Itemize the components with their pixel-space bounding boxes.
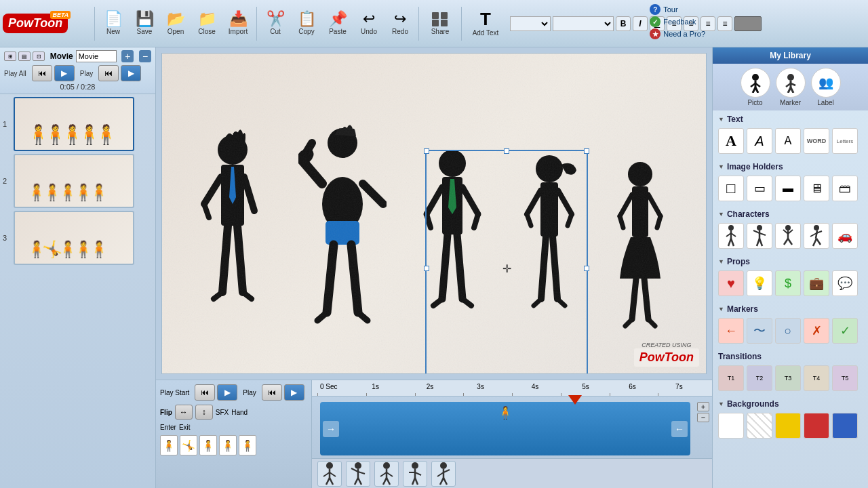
view-icon-3[interactable]: ⊡ bbox=[33, 52, 45, 61]
view-icon-1[interactable]: ⊞ bbox=[4, 52, 16, 61]
char-4[interactable] bbox=[804, 223, 829, 249]
backgrounds-section-header[interactable]: ▼ Backgrounds bbox=[715, 398, 865, 410]
char-car[interactable]: 🚗 bbox=[832, 223, 858, 249]
trans-1[interactable]: T1 bbox=[718, 365, 744, 391]
play-all-rewind[interactable]: ⏮ bbox=[32, 65, 52, 81]
slide-item-2[interactable]: 2 🧍 🧍 🧍 🧍 🧍 bbox=[3, 154, 153, 208]
slide-thumb-3[interactable]: 🧍 🤸 🧍 🧍 🧍 bbox=[14, 211, 134, 265]
play-all-play[interactable]: ▶ bbox=[54, 65, 75, 81]
char-1[interactable] bbox=[718, 223, 744, 249]
play-rewind[interactable]: ⏮ bbox=[98, 65, 119, 81]
marker-check[interactable]: ✓ bbox=[832, 318, 858, 344]
marker-wave[interactable]: 〜 bbox=[747, 318, 772, 344]
add-text-button[interactable]: T Add Text bbox=[465, 4, 506, 43]
holder-rect[interactable]: ▭ bbox=[747, 176, 772, 201]
holder-square[interactable]: □ bbox=[718, 176, 744, 201]
anim-frame-3[interactable]: 🧍 bbox=[199, 435, 217, 455]
zoom-out-button[interactable]: − bbox=[697, 413, 709, 422]
text-item-word[interactable]: WORD bbox=[804, 128, 829, 154]
open-button[interactable]: 📂 Open bbox=[161, 4, 191, 43]
size-select[interactable] bbox=[553, 16, 614, 31]
anim-strip-1[interactable] bbox=[317, 461, 342, 487]
import-button[interactable]: 📥 Import bbox=[223, 4, 253, 43]
anim-strip-2[interactable] bbox=[346, 461, 370, 487]
trans-5[interactable]: T5 bbox=[832, 365, 858, 391]
share-button[interactable]: Share bbox=[422, 4, 458, 43]
text-item-letters[interactable]: Letters bbox=[832, 128, 858, 154]
flip-h-button[interactable]: ↔ bbox=[175, 405, 193, 420]
slide-item-1[interactable]: 1 🧍 🧍 🧍 🧍 🧍 bbox=[3, 97, 153, 151]
timeline-arrow-left[interactable]: → bbox=[323, 421, 339, 437]
feedback-link[interactable]: ✓ Feedback bbox=[650, 16, 705, 27]
italic-button[interactable]: I bbox=[633, 16, 648, 31]
marker-x[interactable]: ✗ bbox=[804, 318, 829, 344]
bg-texture[interactable] bbox=[747, 413, 772, 439]
main-canvas[interactable]: ✛ CREATED USING PowToon bbox=[161, 53, 707, 374]
anim-strip-5[interactable] bbox=[431, 461, 456, 487]
props-section-header[interactable]: ▼ Props bbox=[715, 256, 865, 268]
anim-strip-3[interactable] bbox=[374, 461, 399, 487]
new-button[interactable]: 📄 New bbox=[98, 4, 128, 43]
bottom-play-button[interactable]: ▶ bbox=[217, 384, 237, 401]
characters-section-header[interactable]: ▼ Characters bbox=[715, 208, 865, 220]
bg-red[interactable] bbox=[804, 413, 829, 439]
holder-monitor[interactable]: 🖥 bbox=[804, 176, 829, 201]
bold-button[interactable]: B bbox=[616, 16, 631, 31]
trans-2[interactable]: T2 bbox=[747, 365, 772, 391]
marker-arrow[interactable]: ← bbox=[718, 318, 744, 344]
prop-money[interactable]: $ bbox=[775, 270, 801, 296]
image-holders-header[interactable]: ▼ Image Holders bbox=[715, 161, 865, 173]
holder-frame[interactable]: 🗃 bbox=[832, 176, 858, 201]
copy-button[interactable]: 📋 Copy bbox=[292, 4, 321, 43]
bottom-play-play[interactable]: ▶ bbox=[284, 384, 304, 401]
undo-button[interactable]: ↩ Undo bbox=[354, 4, 384, 43]
marker-circle[interactable]: ○ bbox=[775, 318, 801, 344]
anim-frame-2[interactable]: 🤸 bbox=[180, 435, 197, 455]
char-2[interactable] bbox=[747, 223, 772, 249]
slide-thumb-1[interactable]: 🧍 🧍 🧍 🧍 🧍 bbox=[14, 97, 134, 151]
cut-button[interactable]: ✂️ Cut bbox=[260, 4, 290, 43]
char-3[interactable] bbox=[775, 223, 801, 249]
markers-section-header[interactable]: ▼ Markers bbox=[715, 303, 865, 315]
font-select[interactable] bbox=[510, 16, 551, 31]
trans-4[interactable]: T4 bbox=[804, 365, 829, 391]
paste-button[interactable]: 📌 Paste bbox=[323, 4, 353, 43]
timeline-bar[interactable]: → 🧍 ← bbox=[320, 402, 690, 455]
anim-frame-4[interactable]: 🧍 bbox=[219, 435, 237, 455]
nav-label[interactable]: 👥 Label bbox=[811, 68, 841, 106]
prop-bubble[interactable]: 💬 bbox=[832, 270, 858, 296]
trans-3[interactable]: T3 bbox=[775, 365, 801, 391]
flip-v-button[interactable]: ↕ bbox=[195, 405, 213, 420]
transitions-section-header[interactable]: Transitions bbox=[715, 350, 865, 363]
movie-input[interactable] bbox=[76, 50, 117, 62]
slide-item-3[interactable]: 3 🧍 🤸 🧍 🧍 🧍 bbox=[3, 211, 153, 265]
bg-yellow[interactable] bbox=[775, 413, 801, 439]
timeline-playhead[interactable] bbox=[568, 395, 582, 405]
close-button[interactable]: 📁 Close bbox=[192, 4, 222, 43]
zoom-in-button[interactable]: + bbox=[697, 402, 709, 411]
add-slide-button[interactable]: + bbox=[121, 50, 134, 62]
anim-frame-1[interactable]: 🧍 bbox=[160, 435, 178, 455]
text-item-sans-a[interactable]: A bbox=[747, 128, 772, 154]
anim-frame-5[interactable]: 🧍 bbox=[239, 435, 256, 455]
bottom-rewind-button[interactable]: ⏮ bbox=[195, 384, 215, 401]
text-color-swatch[interactable] bbox=[734, 16, 762, 31]
bottom-play-rewind[interactable]: ⏮ bbox=[262, 384, 282, 401]
tour-link[interactable]: ? Tour bbox=[650, 4, 705, 15]
remove-slide-button[interactable]: − bbox=[139, 50, 151, 62]
view-icon-2[interactable]: ▤ bbox=[18, 52, 31, 61]
holder-wide[interactable]: ▬ bbox=[775, 176, 801, 201]
prop-bulb[interactable]: 💡 bbox=[747, 270, 772, 296]
play-play[interactable]: ▶ bbox=[121, 65, 141, 81]
text-item-serif-a[interactable]: A bbox=[718, 128, 744, 154]
bg-blue[interactable] bbox=[832, 413, 858, 439]
timeline-track[interactable]: → 🧍 ← + − bbox=[312, 396, 712, 458]
redo-button[interactable]: ↪ Redo bbox=[385, 4, 415, 43]
need-pro-link[interactable]: ★ Need a Pro? bbox=[650, 28, 705, 39]
anim-strip-4[interactable] bbox=[403, 461, 427, 487]
bg-white[interactable] bbox=[718, 413, 744, 439]
nav-marker[interactable]: Marker bbox=[776, 68, 806, 106]
timeline-arrow-right[interactable]: ← bbox=[671, 421, 688, 437]
prop-heart[interactable]: ♥ bbox=[718, 270, 744, 296]
text-item-outline-a[interactable]: A bbox=[775, 128, 801, 154]
